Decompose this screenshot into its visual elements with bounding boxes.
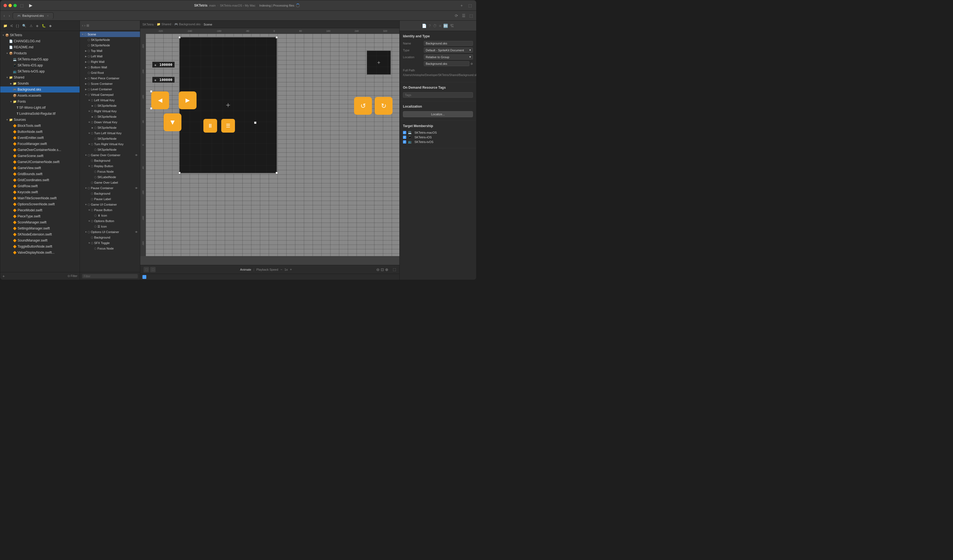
breakpoints-icon[interactable]: ◆ xyxy=(48,23,53,29)
tree-item-eventemitter[interactable]: 🔶 EventEmitter.swift xyxy=(0,135,79,141)
inspector-localization-icon[interactable]: 🔤 xyxy=(443,23,448,28)
pause-button[interactable]: ⏸ xyxy=(203,119,217,133)
inspector-tags-input[interactable] xyxy=(403,92,473,98)
symbols-icon[interactable]: { } xyxy=(15,23,20,29)
zoom-in-button[interactable]: ⊕ xyxy=(385,267,388,272)
tree-item-piecetype[interactable]: 🔶 PieceType.swift xyxy=(0,213,79,219)
st-item-gameovercontainer[interactable]: ▼ ⬡ Game Over Container 👁 xyxy=(80,152,140,158)
st-item-sksprite1[interactable]: ⬡ SKSpriteNode xyxy=(80,37,140,43)
st-item-turnleftvirtualkey[interactable]: ▼ ⬡ Turn Left Virtual Key xyxy=(80,130,140,136)
tree-item-changelog[interactable]: 📄 CHANGELOG.md xyxy=(0,38,79,44)
st-item-gameuicontainer[interactable]: ▼ ⬡ Game UI Container xyxy=(80,202,140,207)
tree-item-sknodeextension[interactable]: 🔶 SKNodeExtension.swift xyxy=(0,231,79,237)
st-item-pause-icon[interactable]: ⬡ ⏸ Icon xyxy=(80,213,140,218)
st-item-sksprite-down[interactable]: ▶ ⬡ SKSpriteNode xyxy=(80,125,140,130)
st-item-leftwall[interactable]: ▶ ⬡ Left Wall xyxy=(80,54,140,59)
tree-item-buttonnode[interactable]: 🔶 ButtonNode.swift xyxy=(0,129,79,135)
tree-item-fonts[interactable]: ▼ 📁 Fonts xyxy=(0,99,79,105)
tree-item-products[interactable]: ▼ 📦 Products xyxy=(0,50,79,56)
tree-item-gameview[interactable]: 🔶 GameView.swift xyxy=(0,165,79,171)
st-item-scene[interactable]: ▼ ⬡ Scene xyxy=(80,31,140,37)
close-button[interactable] xyxy=(3,4,7,7)
tree-item-blocktools[interactable]: 🔶 BlockTools.swift xyxy=(0,123,79,129)
st-item-scorecontainer[interactable]: ▶ ⬡ Score Container xyxy=(80,81,140,87)
st-item-pausecontainer[interactable]: ▼ ⬡ Pause Container 👁 xyxy=(80,185,140,191)
add-button[interactable]: + xyxy=(459,3,464,8)
run-button[interactable]: ▶ xyxy=(27,2,34,9)
st-item-options-icon[interactable]: ⬡ ☰ Icon xyxy=(80,224,140,229)
tree-item-settingsmanager[interactable]: 🔶 SettingsManager.swift xyxy=(0,225,79,231)
tree-item-app-ios[interactable]: 📱 SKTetris-iOS.app xyxy=(0,62,79,68)
target-checkbox-macos[interactable]: ✓ xyxy=(403,131,406,134)
eye-icon-optionsuicontainer[interactable]: 👁 xyxy=(135,231,138,234)
tree-item-app-macos[interactable]: 💻 SKTetris-macOS.app xyxy=(0,56,79,62)
turn-right-virtual-key-btn[interactable]: ↻ xyxy=(375,97,393,115)
right-virtual-key-btn[interactable]: ► xyxy=(178,92,197,109)
tree-item-togglebuttonnode[interactable]: 🔶 ToggleButtonNode.swift xyxy=(0,244,79,250)
tree-root[interactable]: ▼ 📦 SKTetris xyxy=(0,32,79,38)
tests-icon[interactable]: ◈ xyxy=(35,23,39,29)
st-item-leftvirtualkey[interactable]: ▼ ⬡ Left Virtual Key xyxy=(80,98,140,103)
issues-icon[interactable]: ⚠ xyxy=(29,23,34,29)
localize-button[interactable]: Localize... xyxy=(403,111,473,117)
inspector-file-icon[interactable]: 📄 xyxy=(422,23,427,28)
tree-item-assets[interactable]: 📦 Assets.xcassets xyxy=(0,93,79,99)
inspector-accessibility-icon[interactable]: ≡ xyxy=(439,23,441,28)
tree-item-sounds[interactable]: ▶ 📁 Sounds xyxy=(0,81,79,87)
fullscreen-button[interactable] xyxy=(14,4,17,7)
inspector-icons-button[interactable]: ⟳ xyxy=(454,13,459,19)
left-virtual-key-btn[interactable]: ◄ xyxy=(151,92,169,109)
options-button[interactable]: ☰ xyxy=(221,119,235,133)
source-control-icon[interactable]: ⑆ xyxy=(10,23,14,29)
inspector-history-icon[interactable]: ⏱ xyxy=(433,23,437,28)
tree-item-valuedisplay[interactable]: 🔶 ValveDisplayNode.swift... xyxy=(0,250,79,256)
active-tab[interactable]: 🎮 Background.sks ✕ xyxy=(12,12,53,19)
nav-filter-button[interactable]: ⊙ Filter xyxy=(68,274,78,278)
scene-list-button[interactable]: ⬚ xyxy=(150,267,156,272)
scene-editor[interactable]: -320 -240 -160 -80 0 80 160 240 320 xyxy=(140,28,399,265)
scene-filter-input[interactable] xyxy=(82,274,138,278)
scene-grid-toggle[interactable]: ⊞ xyxy=(87,23,89,28)
tree-item-keycode[interactable]: 🔶 Keycode.swift xyxy=(0,189,79,195)
tree-item-optionsscreen[interactable]: 🔶 OptionsScreenNode.swift xyxy=(0,201,79,207)
tree-item-gameuicontainer[interactable]: 🔶 GameUIContainerNode.swift xyxy=(0,159,79,165)
breadcrumb-shared[interactable]: 📁 Shared xyxy=(157,23,171,26)
tree-item-gridbounds[interactable]: 🔶 GridBounds.swift xyxy=(0,171,79,177)
tree-item-sources[interactable]: ▼ 📁 Sources xyxy=(0,117,79,123)
st-item-focusnode[interactable]: ⬡ Focus Node xyxy=(80,169,140,174)
st-item-sklabelnode[interactable]: ⬡ SKLabelNode xyxy=(80,174,140,180)
fullscreen-editor-button[interactable]: ⬚ xyxy=(393,267,396,271)
split-editor-button[interactable]: ⬚ xyxy=(468,13,474,19)
st-item-background-p[interactable]: ⬡ Background xyxy=(80,191,140,196)
tree-item-scoremanager[interactable]: 🔶 ScoreManager.swift xyxy=(0,219,79,225)
minimize-button[interactable] xyxy=(8,4,12,7)
close-tab-icon[interactable]: ✕ xyxy=(47,14,49,17)
inspector-filename-reveal-button[interactable]: ⚙ xyxy=(470,62,473,65)
add-file-button[interactable]: + xyxy=(3,274,5,278)
tree-item-background-sks[interactable]: 🎮 Background.sks xyxy=(0,87,79,93)
tree-item-gamescene[interactable]: 🔶 GameScene.swift xyxy=(0,153,79,159)
scene-nav-forward[interactable]: › xyxy=(84,23,85,28)
st-item-background-opt[interactable]: ⬡ Background xyxy=(80,235,140,240)
st-item-virtualgamepad[interactable]: ▼ ⬡ Virtual Gamepad xyxy=(80,92,140,98)
target-checkbox-tvos[interactable]: ✓ xyxy=(403,140,406,144)
st-item-rightvirtualkey[interactable]: ▼ ⬡ Right Virtual Key xyxy=(80,109,140,114)
tree-item-londrina[interactable]: T LondrinaSolid-Regular.ttf xyxy=(0,111,79,117)
forward-button[interactable]: › xyxy=(8,13,11,19)
tree-item-app-tvos[interactable]: 📺 SKTetris-tvOS.app xyxy=(0,68,79,74)
zoom-out-button[interactable]: ⊖ xyxy=(376,267,380,272)
breadcrumb-sktetris[interactable]: SKTetris xyxy=(143,23,154,26)
st-item-gridroot[interactable]: ⬡ Grid Root xyxy=(80,70,140,76)
st-item-optionsuicontainer[interactable]: ▼ ⬡ Options UI Container 👁 xyxy=(80,229,140,235)
tree-item-readme[interactable]: 📄 README.md xyxy=(0,44,79,50)
list-view-button[interactable]: ☰ xyxy=(461,13,467,19)
down-virtual-key-btn[interactable]: ▼ xyxy=(164,113,182,131)
tree-item-shared[interactable]: ▼ 📁 Shared xyxy=(0,74,79,81)
st-item-background-go[interactable]: ⬡ Background xyxy=(80,158,140,163)
st-item-sksprite2[interactable]: ⬡ SKSpriteNode xyxy=(80,43,140,48)
zoom-fit-button[interactable]: ⊡ xyxy=(381,267,384,272)
st-item-sksprite-turnleft[interactable]: ⬡ SKSpriteNode xyxy=(80,136,140,141)
st-item-rightwall[interactable]: ▶ ⬡ Right Wall xyxy=(80,59,140,65)
back-button[interactable]: ‹ xyxy=(3,13,6,19)
st-item-optionsbutton[interactable]: ▼ ⬡ Options Button xyxy=(80,218,140,224)
